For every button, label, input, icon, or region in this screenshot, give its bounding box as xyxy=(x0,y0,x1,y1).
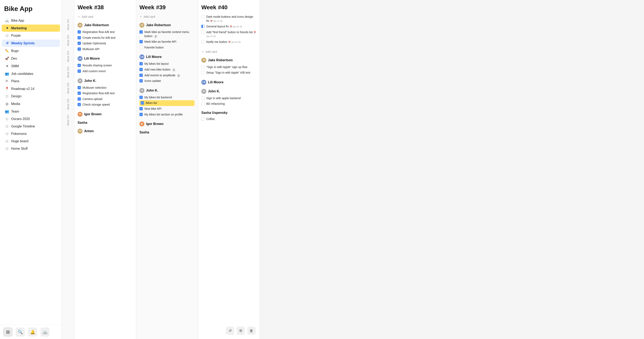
task-item: Registration flow A/B test xyxy=(78,29,133,35)
task-checkbox[interactable] xyxy=(140,62,143,65)
task-text: Multiuser API xyxy=(82,47,133,51)
sidebar-item-team[interactable]: 👥 Team xyxy=(2,108,60,115)
task-checkbox[interactable] xyxy=(140,96,143,99)
task-checkbox[interactable] xyxy=(201,15,205,18)
week-39-add-card[interactable]: ＋ Add card xyxy=(140,14,194,20)
task-checkbox[interactable] xyxy=(78,30,81,34)
task-checkbox[interactable] xyxy=(201,65,205,69)
task-item: Multiuser API xyxy=(78,46,133,52)
task-checkbox[interactable] xyxy=(140,30,143,34)
week-38-add-card[interactable]: ＋ Add card xyxy=(78,14,133,20)
bottom-board-icon[interactable]: ⊟ xyxy=(3,328,12,336)
week38-igor-header: IB Igor Brown xyxy=(78,112,133,117)
task-text: BD refactoring xyxy=(206,102,256,106)
sidebar-item-bike-app[interactable]: 🚲 Bike App xyxy=(2,17,60,24)
task-item: Update Optimizely xyxy=(78,40,133,46)
week-40-add-card[interactable]: ＋ Add card xyxy=(201,49,256,54)
task-item: Mark bike as favorite context menu butto… xyxy=(140,29,194,39)
week38-sasha-name: Sasha xyxy=(78,121,87,124)
task-item: BD refactoring xyxy=(201,101,256,107)
week38-jake-name: Jake Robertson xyxy=(84,23,109,27)
task-checkbox[interactable] xyxy=(201,102,205,105)
sidebar-item-job-candidates[interactable]: 👥 Job candidates xyxy=(2,70,60,77)
media-icon: ◎ xyxy=(5,102,9,106)
week-38-column: Week #38 ＋ Add card JR Jake Robertson Re… xyxy=(74,0,136,339)
task-item: New bike API xyxy=(140,106,194,112)
task-checkbox[interactable] xyxy=(78,86,81,89)
week40-sasha-section: Sasha Uspensky Coffee xyxy=(201,111,256,122)
sidebar-item-label: Team xyxy=(11,110,19,114)
sidebar-item-media[interactable]: ◎ Media xyxy=(2,100,60,108)
sidebar-item-huge-board[interactable]: □ Huge board xyxy=(2,138,60,145)
task-item: Multiuser selection xyxy=(78,85,133,91)
task-item: Add events to amplitude 1 xyxy=(140,72,194,78)
sidebar-item-plans[interactable]: 🏳 Plans xyxy=(2,78,60,85)
google-icon: □ xyxy=(5,124,9,128)
week39-john-name: John K. xyxy=(146,89,158,92)
task-checkbox[interactable] xyxy=(201,40,205,44)
task-text: Dark mode buttons and icons design fix 📅… xyxy=(206,15,256,23)
task-checkbox[interactable] xyxy=(140,40,143,43)
sidebar-item-home-stuff[interactable]: □ Home Stuff xyxy=(2,145,60,152)
task-checkbox[interactable] xyxy=(140,113,143,116)
bottom-bike-icon[interactable]: 🚲 xyxy=(40,328,50,336)
bottom-notification-icon[interactable]: 🔔 xyxy=(28,328,37,336)
bike-icon: 🚲 xyxy=(5,18,9,22)
week38-jake-avatar: JR xyxy=(78,23,82,28)
task-text: Icons update xyxy=(144,79,194,83)
task-text: Add events to amplitude 1 xyxy=(144,74,194,78)
refresh-btn[interactable]: ↺ xyxy=(226,327,234,335)
sidebar-item-bugs[interactable]: ✏️ Bugs xyxy=(2,47,60,54)
task-checkbox[interactable] xyxy=(78,36,81,40)
task-checkbox[interactable] xyxy=(78,92,81,95)
task-checkbox[interactable] xyxy=(78,64,81,67)
week39-lili-section: LM Lili Moore My bikes list layout Add n… xyxy=(140,54,194,84)
sidebar-item-roadmap[interactable]: 📍 Roadmap v2.14 xyxy=(2,85,60,92)
task-checkbox[interactable] xyxy=(78,103,81,106)
task-checkbox[interactable] xyxy=(201,25,205,28)
week40-lili-name: Lili Moore xyxy=(208,80,224,84)
task-checkbox[interactable] xyxy=(140,79,143,82)
sidebar-item-oscars[interactable]: □ Oscars 2020 xyxy=(2,116,60,122)
task-checkbox[interactable] xyxy=(78,97,81,101)
task-item: Coffee xyxy=(201,116,256,122)
week-label-36: Week #36 xyxy=(67,96,69,112)
bottom-search-icon[interactable]: 🔍 xyxy=(16,328,25,336)
week38-igor-section: IB Igor Brown xyxy=(78,112,133,117)
sidebar-item-google-timeline[interactable]: □ Google Timeline xyxy=(2,123,60,130)
task-checkbox[interactable] xyxy=(78,70,81,73)
sidebar-item-marketing[interactable]: ✦ Marketing xyxy=(2,24,60,32)
task-checkbox[interactable] xyxy=(78,48,81,51)
sidebar-item-label: Roadmap v2.14 xyxy=(11,87,34,91)
sidebar-item-design[interactable]: □ Design xyxy=(2,93,60,100)
task-text: Add "find friend" button to friends list… xyxy=(206,30,256,38)
task-text: Bikes list xyxy=(146,101,193,105)
task-checkbox[interactable] xyxy=(140,74,143,77)
timeline-strip: Week #31 Week #32 Week #33 Week #34 Week… xyxy=(62,0,74,339)
task-checkbox[interactable]: ✓ xyxy=(141,101,144,104)
week40-sasha-header: Sasha Uspensky xyxy=(201,111,256,115)
square-icon: □ xyxy=(5,34,9,38)
task-checkbox[interactable] xyxy=(140,68,143,71)
people-icon: 👥 xyxy=(5,72,9,76)
sidebar-item-smm[interactable]: ✕ SMM xyxy=(2,62,60,70)
task-text: "Sign In with Apple" sign up flow xyxy=(206,65,256,69)
sidebar-item-label: Google Timeline xyxy=(11,124,35,128)
sidebar-item-pokemons[interactable]: □ Pokemons xyxy=(2,130,60,137)
sidebar-item-purple[interactable]: □ Purple xyxy=(2,32,60,39)
sidebar-item-weekly-sprints[interactable]: ↺ Weekly Sprints xyxy=(2,40,60,47)
task-checkbox[interactable] xyxy=(201,30,205,34)
task-checkbox[interactable] xyxy=(140,46,143,49)
task-checkbox[interactable] xyxy=(78,42,81,45)
task-checkbox[interactable] xyxy=(201,117,205,121)
task-text: Check storage speed xyxy=(82,103,133,107)
task-checkbox[interactable] xyxy=(201,96,205,100)
task-item: Mark bike as favorite API xyxy=(140,39,194,45)
week40-lili-header: LM Lili Moore xyxy=(201,80,256,85)
sidebar-item-dev[interactable]: 🚀 Dev xyxy=(2,55,60,62)
task-checkbox[interactable] xyxy=(140,107,143,110)
week-label-31: Week #31 xyxy=(67,16,69,32)
filter-btn[interactable]: ⚙ xyxy=(236,327,245,335)
trash-btn[interactable]: 🗑 xyxy=(247,327,256,335)
task-checkbox[interactable] xyxy=(201,71,205,74)
